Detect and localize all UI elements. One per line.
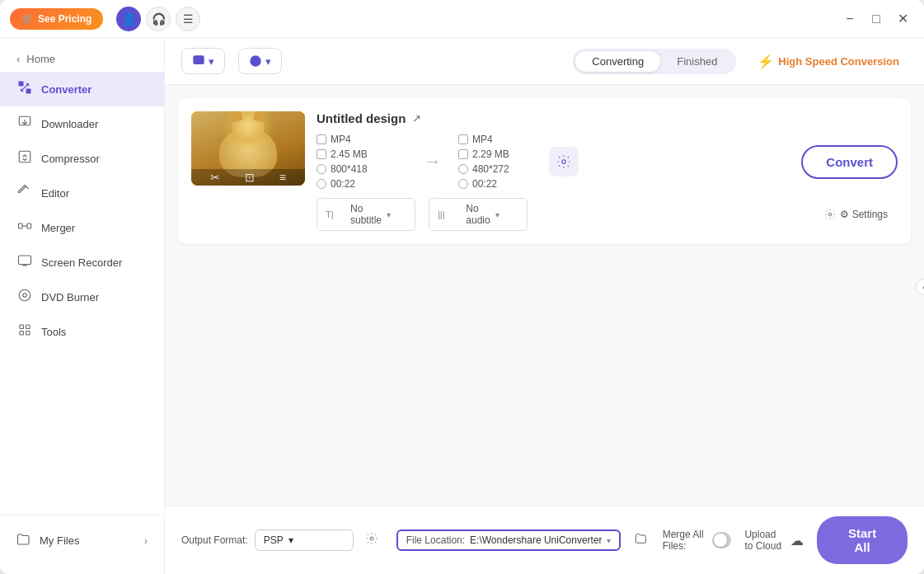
- add-conversion-button[interactable]: ▾: [238, 48, 282, 74]
- output-format-dropdown[interactable]: PSP ▾: [255, 529, 354, 551]
- svg-point-20: [829, 213, 833, 216]
- compressor-icon: [16, 149, 33, 167]
- upload-cloud-group[interactable]: Upload to Cloud ☁: [744, 529, 804, 552]
- tools-icon: [16, 322, 33, 341]
- source-resolution-item: 800*418: [317, 163, 407, 175]
- dest-size-item: 2.29 MB: [458, 148, 549, 160]
- tab-converting[interactable]: Converting: [575, 51, 660, 72]
- source-duration-item: 00:22: [317, 178, 407, 190]
- sidebar-item-screen-recorder[interactable]: Screen Recorder: [0, 245, 164, 280]
- source-duration-value: 00:22: [331, 178, 355, 190]
- dest-duration-value: 00:22: [472, 178, 497, 190]
- dest-folder-icon: [458, 149, 468, 159]
- audio-label: No audio: [466, 203, 490, 226]
- see-pricing-button[interactable]: 🛒 See Pricing: [10, 8, 103, 30]
- settings-button[interactable]: ⚙ Settings: [814, 205, 898, 224]
- audio-dropdown-arrow: ▾: [495, 210, 518, 219]
- svg-rect-0: [19, 82, 24, 87]
- dvd-burner-icon: [16, 288, 33, 306]
- tab-finished[interactable]: Finished: [660, 51, 734, 72]
- audio-dropdown[interactable]: ||| No audio ▾: [429, 198, 528, 231]
- merger-label: Merger: [41, 222, 75, 234]
- source-format-item: MP4: [317, 134, 407, 145]
- sidebar-item-merger[interactable]: Merger: [0, 210, 164, 245]
- menu-icon: ☰: [183, 12, 194, 26]
- bottom-bar: Output Format: PSP ▾ File Location: ▾: [165, 506, 924, 574]
- dest-format-block: MP4 2.29 MB 480*272: [458, 134, 549, 190]
- converter-icon: [16, 80, 33, 98]
- sidebar-item-converter[interactable]: Converter: [0, 72, 164, 106]
- settings-gear-button[interactable]: [549, 147, 579, 176]
- cart-icon: 🛒: [21, 13, 34, 25]
- subtitle-label: No subtitle: [350, 203, 382, 226]
- svg-rect-14: [26, 325, 30, 329]
- output-format-label: Output Format:: [181, 534, 248, 546]
- title-bar: 🛒 See Pricing 👤 🎧 ☰ − □ ✕: [0, 0, 924, 38]
- sidebar-home[interactable]: ‹ Home: [0, 46, 164, 72]
- svg-rect-8: [19, 256, 31, 265]
- file-title-text: Untitled design: [317, 111, 406, 125]
- merge-toggle[interactable]: [712, 532, 731, 548]
- browse-folder-button[interactable]: [634, 529, 650, 552]
- file-location-input[interactable]: [470, 534, 602, 546]
- maximize-button[interactable]: □: [865, 7, 888, 31]
- user-account-button[interactable]: 👤: [116, 7, 141, 31]
- svg-rect-13: [20, 325, 24, 329]
- user-icon: 👤: [122, 12, 136, 26]
- convert-button[interactable]: Convert: [801, 145, 898, 179]
- dest-resolution-value: 480*272: [472, 163, 509, 175]
- external-link-icon[interactable]: ↗: [412, 112, 421, 125]
- sidebar-item-downloader[interactable]: Downloader: [0, 106, 164, 141]
- output-format-group: Output Format: PSP ▾: [181, 529, 383, 552]
- svg-rect-1: [26, 89, 31, 94]
- minimize-button[interactable]: −: [838, 7, 861, 31]
- source-resolution-value: 800*418: [331, 163, 368, 175]
- title-bar-icons: 👤 🎧 ☰: [116, 7, 200, 31]
- sidebar-my-files[interactable]: My Files ›: [0, 524, 164, 558]
- output-format-value: PSP: [264, 534, 284, 546]
- dest-resolution-item: 480*272: [458, 163, 549, 175]
- clock-icon: [317, 179, 326, 189]
- sidebar-item-compressor[interactable]: Compressor: [0, 141, 164, 176]
- more-tools-icon[interactable]: ≡: [279, 171, 286, 184]
- merge-group: Merge All Files:: [663, 529, 732, 552]
- chevron-left-icon: ‹: [16, 53, 20, 65]
- folder-icon: [317, 149, 326, 159]
- converter-label: Converter: [41, 83, 91, 96]
- headset-button[interactable]: 🎧: [146, 7, 171, 31]
- add-conversion-dropdown-icon: ▾: [265, 55, 271, 68]
- dest-size-value: 2.29 MB: [472, 148, 509, 160]
- resolution-icon: [317, 164, 326, 174]
- subtitle-dropdown[interactable]: T| No subtitle ▾: [317, 198, 415, 231]
- compressor-label: Compressor: [41, 153, 100, 165]
- file-location-group: File Location: ▾: [396, 529, 621, 551]
- sidebar-item-editor[interactable]: Editor: [0, 176, 164, 210]
- high-speed-label: High Speed Conversion: [778, 55, 899, 68]
- crop-tool-icon[interactable]: ⊡: [245, 171, 255, 184]
- dest-duration-item: 00:22: [458, 178, 549, 190]
- sidebar-bottom: My Files ›: [0, 515, 164, 566]
- close-button[interactable]: ✕: [891, 7, 914, 31]
- downloader-label: Downloader: [41, 118, 98, 130]
- cut-tool-icon[interactable]: ✂: [210, 171, 220, 184]
- file-icon: [317, 134, 326, 144]
- start-all-button[interactable]: Start All: [817, 516, 908, 564]
- add-file-button[interactable]: ▾: [181, 48, 225, 74]
- home-label: Home: [26, 53, 55, 65]
- file-info: Untitled design ↗ MP4: [317, 111, 898, 231]
- headset-icon: 🎧: [152, 12, 166, 26]
- sidebar: ‹ Home Converter Downloader Compress: [0, 38, 165, 574]
- file-title-row: Untitled design ↗: [317, 111, 898, 125]
- sidebar-item-tools[interactable]: Tools: [0, 314, 164, 349]
- svg-point-11: [19, 289, 30, 301]
- content-area: ▾ ▾ Converting Finished ⚡ High Speed Con…: [165, 38, 924, 574]
- svg-rect-6: [27, 223, 31, 228]
- format-settings-button[interactable]: [360, 529, 383, 552]
- source-format-block: MP4 2.45 MB 800*418: [317, 134, 407, 190]
- menu-button[interactable]: ☰: [176, 7, 200, 31]
- main-layout: ‹ Home Converter Downloader Compress: [0, 38, 924, 574]
- screen-recorder-label: Screen Recorder: [41, 256, 122, 269]
- high-speed-button[interactable]: ⚡ High Speed Conversion: [749, 49, 908, 73]
- sidebar-item-dvd-burner[interactable]: DVD Burner: [0, 280, 164, 314]
- source-size-item: 2.45 MB: [317, 148, 407, 160]
